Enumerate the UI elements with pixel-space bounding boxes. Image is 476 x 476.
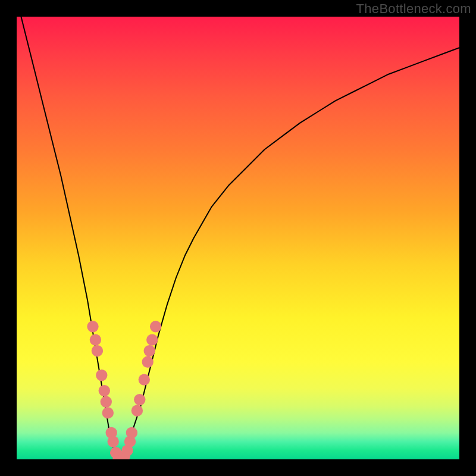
highlight-dot	[90, 334, 101, 345]
highlight-dot	[96, 369, 107, 381]
highlight-points	[87, 321, 161, 459]
highlight-dot	[134, 394, 145, 405]
curve-path	[17, 17, 459, 459]
highlight-dot	[87, 321, 98, 332]
curve-line	[17, 17, 459, 459]
plot-area	[17, 17, 459, 459]
chart-frame: TheBottleneck.com	[0, 0, 476, 476]
highlight-dot	[150, 321, 161, 332]
watermark-text: TheBottleneck.com	[356, 1, 471, 17]
highlight-dot	[108, 436, 119, 447]
highlight-dot	[131, 405, 143, 416]
highlight-dot	[92, 345, 103, 356]
highlight-dot	[126, 427, 137, 439]
highlight-dot	[101, 396, 112, 408]
highlight-dot	[144, 345, 155, 356]
highlight-dot	[99, 385, 110, 396]
highlight-dot	[102, 407, 114, 418]
highlight-dot	[146, 334, 158, 345]
highlight-dot	[139, 374, 150, 385]
chart-overlay	[17, 17, 459, 459]
highlight-dot	[142, 356, 154, 368]
